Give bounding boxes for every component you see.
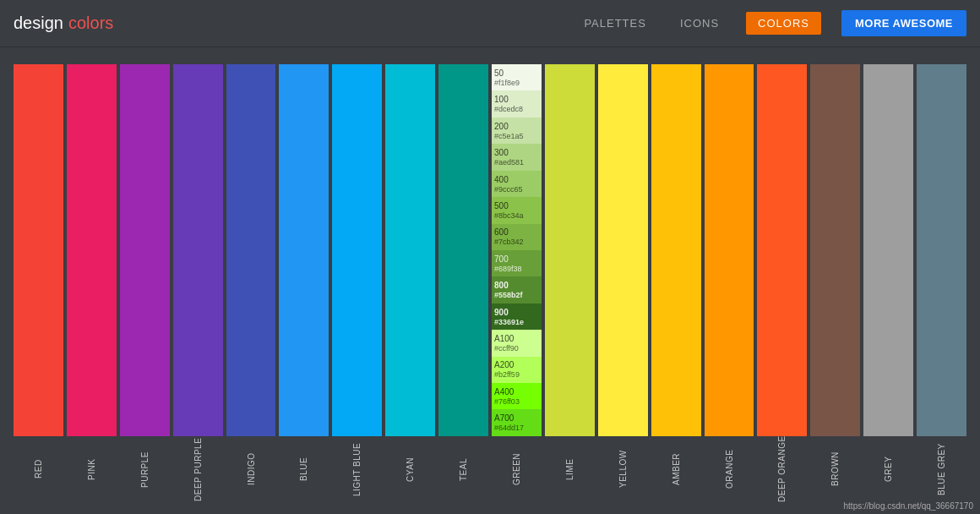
color-grid: REDPINKPURPLEDEEP PURPLEINDIGOBLUELIGHT …: [14, 64, 966, 504]
color-label-pink: PINK: [67, 436, 117, 504]
shade-hex-900: #33691e: [494, 318, 524, 327]
color-column-pink[interactable]: PINK: [67, 64, 117, 504]
logo-design: design: [14, 14, 63, 33]
footer-url: https://blog.csdn.net/qq_36667170: [844, 501, 973, 511]
color-swatch-deep-purple: [173, 64, 223, 436]
shade-hex-A400: #76ff03: [494, 397, 520, 407]
color-swatch-cyan: [385, 64, 435, 436]
color-column-grey[interactable]: GREY: [863, 64, 913, 504]
color-swatch-grey: [863, 64, 913, 436]
shade-number-700: 700: [494, 254, 509, 265]
color-label-red: RED: [14, 436, 63, 504]
color-label-yellow: YELLOW: [598, 436, 648, 504]
shade-number-900: 900: [494, 307, 509, 318]
shade-number-50: 50: [494, 68, 504, 79]
color-column-purple[interactable]: PURPLE: [120, 64, 170, 504]
color-swatch-brown: [810, 64, 860, 436]
color-label-grey: GREY: [863, 436, 913, 504]
color-column-indigo[interactable]: INDIGO: [226, 64, 276, 504]
color-swatch-purple: [120, 64, 170, 436]
shade-number-A100: A100: [494, 333, 514, 344]
color-column-red[interactable]: RED: [14, 64, 63, 504]
main-content: REDPINKPURPLEDEEP PURPLEINDIGOBLUELIGHT …: [0, 47, 980, 504]
color-column-deep-orange[interactable]: DEEP ORANGE: [757, 64, 807, 504]
color-swatch-deep-orange: [757, 64, 807, 436]
color-label-orange: ORANGE: [705, 436, 754, 504]
color-column-yellow[interactable]: YELLOW: [598, 64, 648, 504]
nav-colors[interactable]: COLORS: [746, 12, 821, 35]
nav-palettes[interactable]: PALETTES: [577, 14, 653, 33]
shade-number-300: 300: [494, 147, 509, 158]
logo-colors: colors: [68, 14, 113, 33]
color-label-teal: TEAL: [438, 436, 488, 504]
shade-number-400: 400: [494, 174, 509, 185]
shade-number-100: 100: [494, 94, 509, 105]
color-swatch-amber: [651, 64, 701, 436]
shade-number-200: 200: [494, 121, 509, 132]
main-nav: PALETTES ICONS COLORS: [577, 12, 821, 35]
color-label-amber: AMBER: [651, 436, 701, 504]
logo: design colors: [14, 14, 113, 33]
color-swatch-light-blue: [332, 64, 382, 436]
color-column-orange[interactable]: ORANGE: [705, 64, 754, 504]
color-swatch-pink: [67, 64, 117, 436]
color-column-green[interactable]: 50#f1f8e9100#dcedc8200#c5e1a5300#aed5814…: [492, 64, 542, 504]
color-column-cyan[interactable]: CYAN: [385, 64, 435, 504]
color-swatch-blue-grey: [917, 64, 966, 436]
shade-hex-300: #aed581: [494, 158, 524, 167]
shade-number-A400: A400: [494, 386, 514, 397]
color-swatch-lime: [545, 64, 595, 436]
shade-number-800: 800: [494, 280, 509, 291]
color-label-deep-orange: DEEP ORANGE: [757, 436, 807, 504]
color-label-lime: LIME: [545, 436, 595, 504]
shade-hex-100: #dcedc8: [494, 105, 523, 114]
nav-icons[interactable]: ICONS: [673, 14, 726, 33]
color-label-brown: BROWN: [810, 436, 860, 504]
shade-hex-800: #558b2f: [494, 291, 523, 300]
more-awesome-button[interactable]: MORE AWESOME: [841, 10, 966, 36]
color-column-blue-grey[interactable]: BLUE GREY: [917, 64, 966, 504]
color-column-brown[interactable]: BROWN: [810, 64, 860, 504]
color-swatch-red: [14, 64, 63, 436]
shade-number-A200: A200: [494, 359, 514, 370]
color-label-light-blue: LIGHT BLUE: [332, 436, 382, 504]
shade-number-500: 500: [494, 200, 509, 211]
shade-hex-50: #f1f8e9: [494, 79, 520, 88]
color-label-blue: BLUE: [279, 436, 329, 504]
shade-hex-A700: #64dd17: [494, 424, 524, 433]
color-swatch-indigo: [226, 64, 276, 436]
color-label-deep-purple: DEEP PURPLE: [173, 436, 223, 504]
color-swatch-blue: [279, 64, 329, 436]
shade-hex-200: #c5e1a5: [494, 132, 524, 141]
color-swatch-yellow: [598, 64, 648, 436]
shade-hex-400: #9ccc65: [494, 185, 523, 194]
header: design colors PALETTES ICONS COLORS MORE…: [0, 0, 980, 47]
shade-hex-600: #7cb342: [494, 238, 524, 247]
shade-hex-A200: #b2ff59: [494, 370, 520, 380]
shade-number-600: 600: [494, 227, 509, 238]
shade-hex-A100: #ccff90: [494, 344, 519, 353]
color-column-teal[interactable]: TEAL: [438, 64, 488, 504]
shade-hex-700: #689f38: [494, 265, 522, 274]
color-swatch-teal: [438, 64, 488, 436]
color-label-green: GREEN: [492, 436, 542, 504]
color-column-lime[interactable]: LIME: [545, 64, 595, 504]
color-swatch-orange: [705, 64, 754, 436]
color-label-purple: PURPLE: [120, 436, 170, 504]
color-column-deep-purple[interactable]: DEEP PURPLE: [173, 64, 223, 504]
color-column-amber[interactable]: AMBER: [651, 64, 701, 504]
color-column-blue[interactable]: BLUE: [279, 64, 329, 504]
color-column-light-blue[interactable]: LIGHT BLUE: [332, 64, 382, 504]
shade-hex-500: #8bc34a: [494, 211, 524, 221]
color-label-cyan: CYAN: [385, 436, 435, 504]
shade-number-A700: A700: [494, 413, 514, 424]
color-label-indigo: INDIGO: [226, 436, 276, 504]
color-label-blue-grey: BLUE GREY: [917, 436, 966, 504]
